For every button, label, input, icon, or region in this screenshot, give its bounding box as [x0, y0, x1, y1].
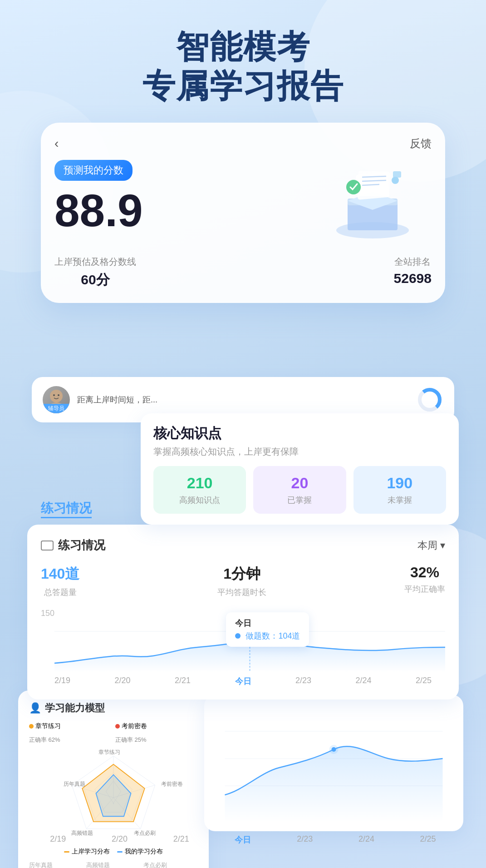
- p-stat-value-2: 32%: [404, 564, 445, 581]
- rank-label: 全站排名: [394, 256, 432, 268]
- bottom-x-labels: 2/19 2/20 2/21 今日 2/23 2/24 2/25: [27, 834, 459, 845]
- svg-rect-11: [393, 171, 401, 178]
- passing-score-item: 上岸预估及格分数线 60分: [54, 256, 136, 289]
- rank-item: 全站排名 52698: [394, 256, 432, 289]
- svg-point-15: [58, 394, 59, 396]
- today-tooltip: 今日 做题数：104道: [226, 612, 309, 647]
- bx-label-2: 2/21: [173, 834, 189, 845]
- avatar-text: 距离上岸时间短，距...: [77, 394, 157, 405]
- tooltip-dot: [235, 633, 241, 639]
- k-stat-num-0: 210: [159, 474, 241, 492]
- p-stat-value-1: 1分钟: [217, 564, 266, 584]
- radar-legend-label-1: 我的学习分布: [125, 848, 163, 856]
- x-label-4: 2/23: [295, 676, 311, 687]
- legend-item-0: 章节练习: [29, 722, 112, 730]
- legend-area: 章节练习 考前密卷: [29, 722, 198, 730]
- bottom-chart-card: [204, 695, 463, 831]
- bx-label-3: 今日: [235, 834, 251, 845]
- sub-label-2: 考点必刷 正确率 42%: [143, 861, 198, 868]
- week-selector[interactable]: 本周 ▾: [417, 539, 445, 552]
- radar-legend-item-0: 上岸学习分布: [64, 848, 110, 856]
- legend-item-1: 考前密卷: [115, 722, 198, 730]
- x-label-6: 2/25: [416, 676, 432, 687]
- chart-y-label: 150: [41, 609, 54, 618]
- k-stat-purple: 20 已掌握: [253, 466, 346, 514]
- passing-score-value: 60分: [54, 271, 136, 289]
- legend-label-1: 考前密卷: [122, 722, 147, 730]
- learning-icon: 👤: [29, 702, 41, 714]
- legend-dot-0: [29, 724, 34, 729]
- legend-label-0: 章节练习: [35, 722, 61, 730]
- practice-title-row: 练习情况: [41, 537, 105, 553]
- learning-title: 👤 学习能力模型: [29, 701, 198, 715]
- sub-label-0: 历年真题 正确率 31%: [29, 861, 83, 868]
- rank-value: 52698: [394, 271, 432, 286]
- radar-legend-line-0: [64, 851, 69, 853]
- x-label-1: 2/20: [115, 676, 131, 687]
- sub-label-1: 高频错题 正确率 18%: [86, 861, 141, 868]
- legend-subs: 正确率 62% 正确率 25%: [29, 736, 198, 744]
- x-label-2: 2/21: [175, 676, 191, 687]
- today-detail: 做题数：104道: [235, 630, 300, 641]
- p-stat-label-0: 总答题量: [41, 587, 79, 598]
- practice-card: 练习情况 本周 ▾ 140道 总答题量 1分钟 平均答题时长 32% 平均正确率…: [27, 525, 459, 699]
- avatar-row: 辅导员 距离上岸时间短，距...: [43, 386, 443, 413]
- chevron-down-icon: ▾: [440, 540, 445, 551]
- practice-icon: [41, 541, 54, 551]
- p-stat-time: 1分钟 平均答题时长: [217, 564, 266, 598]
- chart-area: 150 今日 做题数：104道: [41, 609, 445, 672]
- phone-card: ‹ 反馈 预测我的分数 88.9: [41, 123, 445, 303]
- k-stat-label-0: 高频知识点: [159, 495, 241, 506]
- k-stat-num-2: 190: [359, 474, 441, 492]
- p-stat-label-2: 平均正确率: [404, 584, 445, 595]
- k-stat-green: 210 高频知识点: [153, 466, 246, 514]
- svg-point-10: [392, 177, 399, 184]
- avatar-label: 辅导员: [43, 404, 70, 413]
- feedback-button[interactable]: 反馈: [410, 136, 432, 151]
- k-stat-label-2: 未掌握: [359, 495, 441, 506]
- main-title-line2: 专属学习报告: [0, 66, 486, 105]
- week-label: 本周: [417, 539, 437, 552]
- legend-dot-1: [115, 724, 120, 729]
- learning-title-text: 学习能力模型: [45, 701, 105, 715]
- practice-stats: 140道 总答题量 1分钟 平均答题时长 32% 平均正确率: [41, 564, 445, 598]
- sub-name-0: 历年真题: [29, 861, 83, 868]
- x-axis-labels: 2/19 2/20 2/21 今日 2/23 2/24 2/25: [41, 676, 445, 687]
- section-label: 练习情况: [41, 500, 92, 517]
- x-label-3: 今日: [235, 676, 251, 687]
- radar-legend: 上岸学习分布 我的学习分布: [29, 848, 198, 856]
- svg-text:章节练习: 章节练习: [98, 749, 120, 755]
- bottom-chart-svg: [213, 704, 454, 822]
- knowledge-header: 核心知识点 掌握高频核心知识点，上岸更有保障: [153, 424, 446, 458]
- svg-point-14: [53, 394, 55, 396]
- k-stat-num-1: 20: [259, 474, 340, 492]
- radar-svg: 章节练习 考前密卷 考点必刷 高频错题 历年真题: [32, 748, 195, 848]
- svg-point-42: [329, 745, 339, 754]
- iso-illustration-svg: [323, 160, 422, 242]
- today-detail-text: 做题数：104道: [245, 631, 300, 640]
- p-stat-accuracy: 32% 平均正确率: [404, 564, 445, 598]
- sub-labels: 历年真题 正确率 31% 高频错题 正确率 18% 考点必刷 正确率 42%: [29, 861, 198, 868]
- back-button[interactable]: ‹: [54, 136, 59, 151]
- card-header: ‹ 反馈: [54, 136, 432, 151]
- knowledge-subtitle: 掌握高频核心知识点，上岸更有保障: [153, 446, 446, 458]
- bx-label-6: 2/25: [420, 834, 436, 845]
- knowledge-title: 核心知识点: [153, 424, 446, 443]
- svg-point-12: [50, 390, 63, 402]
- title-area: 智能模考 专属学习报告: [0, 27, 486, 106]
- main-title-line1: 智能模考: [0, 27, 486, 66]
- legend-sub-0: 正确率 62%: [29, 736, 112, 744]
- svg-rect-5: [358, 171, 390, 197]
- p-stat-total: 140道 总答题量: [41, 564, 79, 598]
- bx-label-0: 2/19: [50, 834, 66, 845]
- radar-container: 章节练习 考前密卷 考点必刷 高频错题 历年真题: [29, 748, 198, 848]
- passing-score-label: 上岸预估及格分数线: [54, 256, 136, 268]
- p-stat-value-0: 140道: [41, 564, 79, 584]
- x-label-0: 2/19: [54, 676, 70, 687]
- sub-name-1: 高频错题: [86, 861, 141, 868]
- bx-label-1: 2/20: [112, 834, 128, 845]
- bx-label-4: 2/23: [297, 834, 313, 845]
- x-label-5: 2/24: [355, 676, 371, 687]
- radar-legend-line-1: [117, 851, 123, 853]
- stats-row: 上岸预估及格分数线 60分 全站排名 52698: [54, 256, 432, 289]
